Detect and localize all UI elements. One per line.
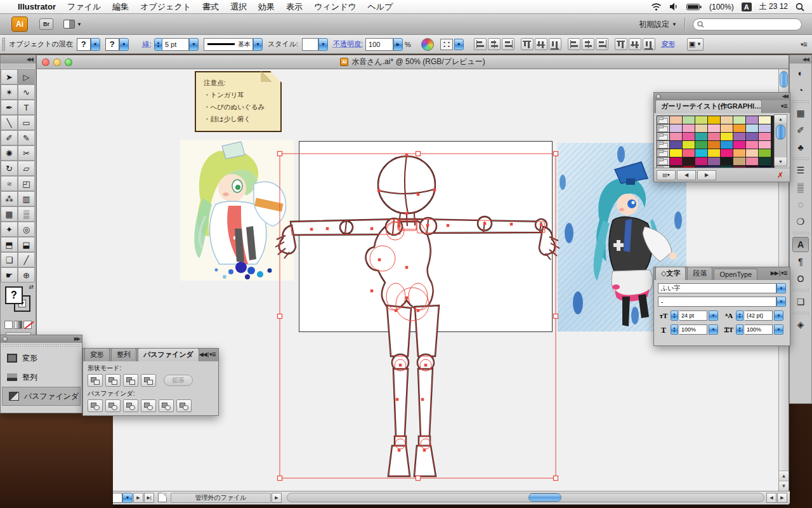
swatch-prev-button[interactable]: ◀ bbox=[677, 170, 696, 180]
swatch-2-0[interactable] bbox=[670, 133, 682, 140]
pathfinder-crop-button[interactable] bbox=[141, 399, 156, 412]
dock-item-パスファインダ[interactable]: パスファインダ bbox=[2, 387, 81, 406]
vertical-scale-stepper[interactable]: ▲▼ bbox=[736, 324, 743, 335]
swatch-3-0[interactable] bbox=[670, 141, 682, 149]
swatch-2-3[interactable] bbox=[708, 133, 720, 140]
tools-drag-handle[interactable] bbox=[3, 64, 34, 69]
swap-fill-stroke-icon[interactable]: ⇄ bbox=[29, 284, 34, 290]
paintbrush-tool[interactable]: ✐ bbox=[1, 130, 18, 145]
swatch-3-2[interactable] bbox=[695, 141, 707, 149]
stroke-link[interactable]: 線: bbox=[143, 39, 152, 49]
menu-item-8[interactable]: ヘルプ bbox=[368, 1, 393, 13]
style-dropdown[interactable]: ▼ bbox=[318, 38, 328, 51]
swatches-close-button[interactable] bbox=[656, 94, 661, 99]
stroke-weight-dropdown[interactable]: ▼ bbox=[189, 38, 199, 51]
dock-item-変形[interactable]: 変形 bbox=[1, 349, 82, 368]
gradient-tool[interactable]: ▒ bbox=[18, 206, 35, 222]
scale-tool[interactable]: ▱ bbox=[18, 161, 35, 176]
font-style-dropdown[interactable]: ▼ bbox=[776, 297, 786, 307]
paragraph-panel-icon[interactable]: ¶ bbox=[792, 254, 809, 269]
swatches-scroll-thumb[interactable] bbox=[776, 124, 785, 140]
distribute-vertical-center-button[interactable] bbox=[582, 38, 594, 50]
line-segment-tool[interactable]: ╲ bbox=[1, 115, 18, 130]
rectangle-tool[interactable]: ▭ bbox=[18, 115, 35, 130]
shape-mode-intersect-button[interactable] bbox=[123, 374, 138, 387]
swatch-0-1[interactable] bbox=[683, 116, 695, 124]
swatch-5-4[interactable] bbox=[721, 157, 733, 165]
swatches-scrollbar[interactable]: ▲ ▼ bbox=[774, 114, 787, 166]
menu-item-4[interactable]: 選択 bbox=[230, 1, 247, 13]
status-menu-arrow[interactable]: ▶ bbox=[272, 493, 282, 503]
swatch-group-folder-icon[interactable] bbox=[657, 124, 669, 132]
symbols-panel-icon[interactable]: ♣ bbox=[792, 140, 809, 155]
gradient-mode-button[interactable] bbox=[14, 321, 22, 329]
swatches-scroll-down[interactable]: ▼ bbox=[775, 157, 787, 166]
pathfinder-panel-icon[interactable]: ❍ bbox=[792, 214, 809, 229]
dock-panel-header[interactable]: ▶▶ bbox=[1, 335, 82, 343]
pathfinder-trim-button[interactable] bbox=[105, 399, 121, 412]
shape-mode-exclude-button[interactable] bbox=[141, 374, 156, 387]
vertical-scrollbar-thumb[interactable] bbox=[780, 71, 788, 88]
swatch-2-4[interactable] bbox=[721, 133, 733, 140]
swatch-5-3[interactable] bbox=[708, 157, 720, 165]
swatch-group-folder-icon[interactable] bbox=[657, 133, 669, 140]
menu-item-3[interactable]: 書式 bbox=[202, 1, 219, 13]
swatch-0-3[interactable] bbox=[708, 116, 720, 124]
pathfinder-merge-button[interactable] bbox=[123, 399, 138, 412]
swatch-4-5[interactable] bbox=[733, 149, 745, 157]
dock-item-整列[interactable]: 整列 bbox=[1, 368, 82, 387]
expand-button[interactable]: 拡張 bbox=[164, 375, 193, 386]
horizontal-scale-dropdown[interactable]: ▼ bbox=[709, 324, 718, 335]
bridge-icon[interactable]: Br bbox=[39, 18, 53, 30]
swatch-5-5[interactable] bbox=[733, 157, 745, 165]
swatches-title-tab[interactable]: ガーリーテイスト(作GRAPHI… bbox=[655, 100, 762, 113]
swatch-0-0[interactable] bbox=[670, 116, 682, 124]
scroll-up-arrow[interactable]: ▲ bbox=[779, 471, 789, 481]
font-size-stepper[interactable]: ▲▼ bbox=[671, 311, 678, 321]
fill-dropdown-button[interactable]: ▼ bbox=[91, 38, 100, 51]
swatch-4-0[interactable] bbox=[670, 149, 682, 157]
font-size-field[interactable]: 24 pt bbox=[679, 311, 707, 321]
app-menu-illustrator[interactable]: Illustrator bbox=[18, 2, 56, 11]
horizontal-scale-stepper[interactable]: ▲▼ bbox=[671, 324, 678, 335]
leading-dropdown[interactable]: ▼ bbox=[774, 311, 783, 321]
opentype-panel-icon[interactable]: O bbox=[792, 271, 809, 286]
selection-tool[interactable]: ➤ bbox=[1, 69, 18, 84]
horizontal-scrollbar-thumb[interactable] bbox=[528, 493, 561, 502]
leading-field[interactable]: (42 pt) bbox=[745, 311, 773, 321]
wifi-icon[interactable] bbox=[651, 3, 662, 11]
swatch-1-1[interactable] bbox=[683, 124, 695, 132]
swatch-0-4[interactable] bbox=[721, 116, 733, 124]
stroke-weight-field[interactable]: 5 pt bbox=[162, 38, 189, 51]
transparency-panel-icon[interactable]: ◌ bbox=[792, 197, 809, 212]
slice-tool[interactable]: ╱ bbox=[18, 252, 35, 267]
swatch-group-folder-icon[interactable] bbox=[657, 116, 669, 124]
mesh-tool[interactable]: ▦ bbox=[1, 206, 18, 222]
stroke-weight-stepper[interactable]: ▲▼ bbox=[154, 38, 162, 51]
swatch-group-folder-icon[interactable] bbox=[657, 141, 669, 149]
swatch-1-0[interactable] bbox=[670, 124, 682, 132]
zoom-tool[interactable]: ⊕ bbox=[18, 267, 35, 283]
brushes-panel-icon[interactable]: ✐ bbox=[792, 123, 809, 138]
menu-item-7[interactable]: ウィンドウ bbox=[314, 1, 357, 13]
dock-close-button[interactable] bbox=[3, 337, 8, 342]
search-input[interactable] bbox=[693, 18, 802, 30]
stroke-dropdown-button[interactable]: ▼ bbox=[119, 38, 129, 51]
menu-clock[interactable]: 土 23 12 bbox=[759, 1, 788, 12]
horizontal-scrollbar[interactable] bbox=[287, 493, 764, 502]
swatches-collapse-icon[interactable]: ◀◀ bbox=[782, 93, 787, 99]
swatch-3-3[interactable] bbox=[708, 141, 720, 149]
swatch-1-4[interactable] bbox=[721, 124, 733, 132]
color-panel-icon[interactable]: ◐ bbox=[792, 65, 809, 81]
pen-tool[interactable]: ✒ bbox=[1, 100, 18, 115]
scroll-right-arrow[interactable]: ▶ bbox=[777, 493, 787, 503]
menu-item-1[interactable]: 編集 bbox=[112, 1, 129, 13]
symbol-sprayer-tool[interactable]: ⁂ bbox=[1, 191, 18, 206]
tab-文字[interactable]: ◇文字 bbox=[655, 267, 686, 280]
swatch-3-6[interactable] bbox=[746, 141, 758, 149]
scroll-left-arrow[interactable]: ◀ bbox=[766, 493, 776, 503]
none-mode-button[interactable] bbox=[23, 321, 32, 329]
character-panel-icon[interactable]: A bbox=[792, 237, 809, 252]
fill-swatch[interactable]: ? bbox=[5, 286, 23, 304]
dock-expand-icon[interactable]: ◀◀ bbox=[790, 55, 811, 64]
